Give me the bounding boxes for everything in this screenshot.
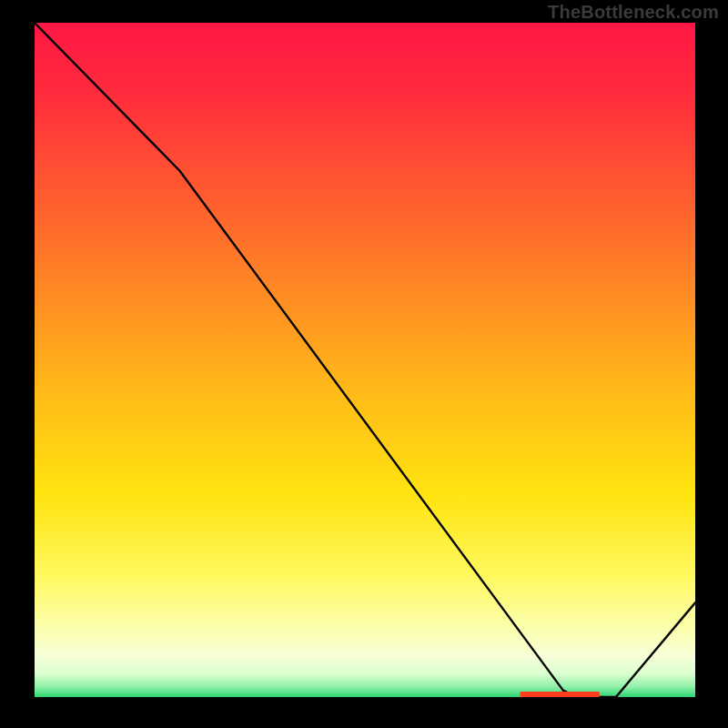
chart-frame: TheBottleneck.com <box>0 0 728 728</box>
legend-marker <box>521 692 600 697</box>
legend-swatch <box>521 692 600 697</box>
plot-area <box>35 23 695 697</box>
watermark-label: TheBottleneck.com <box>548 2 719 23</box>
chart-svg <box>35 23 695 697</box>
